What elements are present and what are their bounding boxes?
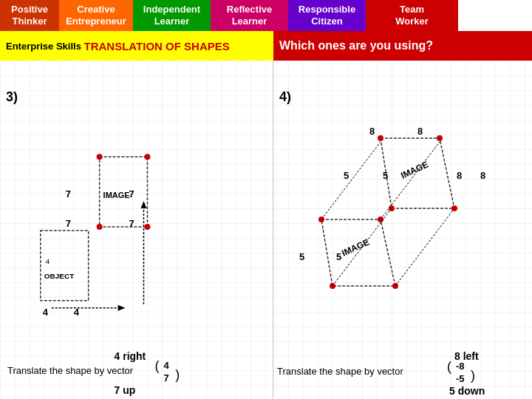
svg-text:7: 7 [66, 218, 71, 229]
right-svg: 4) 8 8 IMAGE 5 5 8 8 IMAGE [273, 61, 532, 399]
left-panel: 3) OBJECT 4 4 4 IMAGE 7 [0, 61, 273, 399]
right-panel: 4) 8 8 IMAGE 5 5 8 8 IMAGE [273, 61, 532, 399]
main-content: EXAMPLES 3) OBJECT 4 4 4 [0, 61, 532, 399]
svg-text:): ) [471, 368, 475, 383]
svg-text:5 down: 5 down [449, 385, 485, 397]
svg-text:8: 8 [369, 126, 375, 137]
svg-text:7: 7 [66, 188, 71, 200]
tab-independent[interactable]: Independent Learner [133, 0, 211, 31]
svg-text:(: ( [447, 359, 451, 374]
svg-text:5: 5 [299, 251, 304, 262]
svg-text:Translate the shape by vector: Translate the shape by vector [277, 366, 403, 377]
svg-text:3): 3) [6, 89, 18, 104]
tab-positive[interactable]: Positive Thinker [0, 0, 59, 31]
tab-responsible[interactable]: Responsible Citizen [288, 0, 366, 31]
header-tabs: Positive Thinker Creative Entrepreneur I… [0, 0, 532, 31]
svg-text:4: 4 [46, 257, 50, 265]
svg-text:8: 8 [417, 126, 423, 137]
svg-text:7: 7 [129, 218, 134, 229]
svg-point-13 [97, 154, 103, 160]
svg-point-16 [144, 224, 150, 230]
svg-text:5: 5 [344, 170, 349, 181]
svg-text:4 right: 4 right [115, 350, 146, 362]
svg-rect-0 [0, 61, 273, 399]
svg-text:OBJECT: OBJECT [44, 272, 74, 280]
svg-point-14 [144, 154, 150, 160]
svg-text:Translate the shape by vector: Translate the shape by vector [7, 365, 134, 376]
tab-creative[interactable]: Creative Entrepreneur [59, 0, 133, 31]
which-ones-label: Which ones are you using? [273, 31, 532, 61]
subheader: Enterprise Skills TRANSLATION OF SHAPES … [0, 31, 532, 61]
tab-team[interactable]: Team Worker [366, 0, 458, 31]
svg-text:4): 4) [279, 89, 291, 104]
svg-rect-28 [273, 61, 532, 399]
svg-text:8: 8 [480, 170, 485, 181]
svg-text:4: 4 [43, 307, 49, 318]
tab-reflective[interactable]: Reflective Learner [211, 0, 288, 31]
svg-point-34 [378, 135, 383, 141]
svg-text:(: ( [154, 358, 159, 373]
left-svg: 3) OBJECT 4 4 4 IMAGE 7 [0, 61, 273, 399]
svg-text:7: 7 [129, 188, 134, 200]
enterprise-label: Enterprise Skills TRANSLATION OF SHAPES [0, 31, 273, 61]
svg-text:8: 8 [457, 170, 462, 181]
svg-text:7 up: 7 up [115, 384, 136, 396]
svg-point-35 [437, 135, 443, 141]
svg-text:4: 4 [163, 360, 169, 371]
svg-text:IMAGE: IMAGE [103, 191, 130, 200]
svg-text:5: 5 [336, 251, 341, 262]
svg-text:): ) [175, 367, 180, 382]
svg-text:-5: -5 [456, 373, 465, 384]
svg-text:7: 7 [163, 372, 168, 383]
svg-point-15 [97, 224, 103, 230]
svg-text:-8: -8 [456, 361, 465, 372]
svg-text:5: 5 [383, 170, 388, 181]
